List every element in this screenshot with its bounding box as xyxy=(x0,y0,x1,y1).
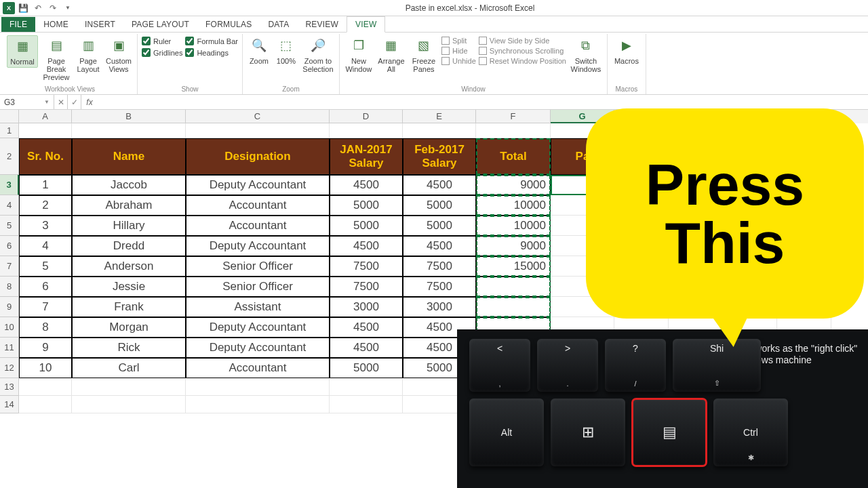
fx-icon[interactable]: fx xyxy=(81,95,98,109)
cell-name[interactable]: Jessie xyxy=(72,277,186,297)
synchronous-scrolling-button[interactable]: Synchronous Scrolling xyxy=(479,47,566,55)
cell-name[interactable]: Jaccob xyxy=(72,175,186,195)
cell-name[interactable]: Frank xyxy=(72,297,186,317)
row-header-5[interactable]: 5 xyxy=(0,216,19,236)
name-box[interactable]: G3 ▼ xyxy=(0,95,54,109)
cell-designation[interactable]: Accountant xyxy=(186,195,330,216)
row-header-11[interactable]: 11 xyxy=(0,338,19,358)
row-header-13[interactable]: 13 xyxy=(0,378,19,396)
cell-designation[interactable]: Deputy Accountant xyxy=(186,317,330,338)
tab-file[interactable]: FILE xyxy=(1,17,35,32)
row-header-3[interactable]: 3 xyxy=(0,175,19,195)
qat-dropdown-icon[interactable]: ▼ xyxy=(61,1,75,15)
view-side-by-side-button[interactable]: View Side by Side xyxy=(479,37,566,45)
cell-feb[interactable]: 5000 xyxy=(403,195,476,216)
cell-sr[interactable]: 10 xyxy=(19,358,72,378)
cell-feb[interactable]: 3000 xyxy=(403,297,476,317)
cell-jan[interactable]: 5000 xyxy=(330,216,403,236)
page-break-preview-button[interactable]: ▤Page Break Preview xyxy=(41,35,72,83)
cell-sr[interactable]: 9 xyxy=(19,338,72,358)
cell-feb[interactable]: 4500 xyxy=(403,236,476,256)
cell-designation[interactable]: Senior Officer xyxy=(186,277,330,297)
hdr-designation[interactable]: Designation xyxy=(186,138,330,175)
tab-data[interactable]: DATA xyxy=(260,17,297,32)
cell-total[interactable]: 10000 xyxy=(476,216,551,236)
cell-designation[interactable]: Deputy Accountant xyxy=(186,175,330,195)
col-header-b[interactable]: B xyxy=(72,110,186,123)
new-window-button[interactable]: ❐New Window xyxy=(344,35,374,75)
hdr-feb[interactable]: Feb-2017 Salary xyxy=(403,138,476,175)
cell-sr[interactable]: 4 xyxy=(19,236,72,256)
tab-formulas[interactable]: FORMULAS xyxy=(197,17,260,32)
cell-feb[interactable]: 4500 xyxy=(403,175,476,195)
cell-total[interactable] xyxy=(476,277,551,297)
ruler-checkbox[interactable]: Ruler xyxy=(142,37,182,45)
cell-sr[interactable]: 5 xyxy=(19,256,72,277)
reset-window-position-button[interactable]: Reset Window Position xyxy=(479,57,566,65)
switch-windows-button[interactable]: ⧉Switch Windows xyxy=(569,35,603,75)
row-header-2[interactable]: 2 xyxy=(0,138,19,175)
cell-designation[interactable]: Deputy Accountant xyxy=(186,338,330,358)
unhide-button[interactable]: Unhide xyxy=(441,57,476,65)
cell-total[interactable]: 15000 xyxy=(476,256,551,277)
row-header-14[interactable]: 14 xyxy=(0,396,19,413)
cell-jan[interactable]: 4500 xyxy=(330,236,403,256)
cell-total[interactable]: 9000 xyxy=(476,175,551,195)
gridlines-checkbox[interactable]: Gridlines xyxy=(142,48,182,57)
cell-jan[interactable]: 4500 xyxy=(330,175,403,195)
cell-sr[interactable]: 8 xyxy=(19,317,72,338)
row-header-6[interactable]: 6 xyxy=(0,236,19,256)
hdr-total[interactable]: Total xyxy=(476,138,551,175)
zoom-button[interactable]: 🔍Zoom xyxy=(247,35,271,66)
zoom-100-button[interactable]: ⬚100% xyxy=(274,35,298,66)
tab-home[interactable]: HOME xyxy=(35,17,77,32)
cell-name[interactable]: Hillary xyxy=(72,216,186,236)
row-header-7[interactable]: 7 xyxy=(0,256,19,277)
cell-designation[interactable]: Accountant xyxy=(186,216,330,236)
col-header-d[interactable]: D xyxy=(330,110,403,123)
cell-jan[interactable]: 3000 xyxy=(330,297,403,317)
cell-name[interactable]: Rick xyxy=(72,338,186,358)
cell-designation[interactable]: Accountant xyxy=(186,358,330,378)
cell-sr[interactable]: 1 xyxy=(19,175,72,195)
tab-page-layout[interactable]: PAGE LAYOUT xyxy=(123,17,197,32)
cell-feb[interactable]: 5000 xyxy=(403,216,476,236)
arrange-all-button[interactable]: ▦Arrange All xyxy=(376,35,406,75)
cell-feb[interactable]: 7500 xyxy=(403,256,476,277)
headings-checkbox[interactable]: Headings xyxy=(185,48,238,57)
cancel-formula-icon[interactable]: ✕ xyxy=(54,95,68,109)
row-header-8[interactable]: 8 xyxy=(0,277,19,297)
cell-jan[interactable]: 5000 xyxy=(330,358,403,378)
row-header-4[interactable]: 4 xyxy=(0,195,19,216)
cell-name[interactable]: Morgan xyxy=(72,317,186,338)
tab-insert[interactable]: INSERT xyxy=(77,17,123,32)
freeze-panes-button[interactable]: ▧Freeze Panes xyxy=(409,35,439,75)
select-all-corner[interactable] xyxy=(0,110,19,123)
cell-total[interactable]: 9000 xyxy=(476,236,551,256)
col-header-a[interactable]: A xyxy=(19,110,72,123)
col-header-c[interactable]: C xyxy=(186,110,330,123)
formula-input[interactable] xyxy=(98,95,868,109)
row-header-9[interactable]: 9 xyxy=(0,297,19,317)
cell-name[interactable]: Abraham xyxy=(72,195,186,216)
tab-review[interactable]: REVIEW xyxy=(297,17,347,32)
cell-name[interactable]: Anderson xyxy=(72,256,186,277)
col-header-e[interactable]: E xyxy=(403,110,476,123)
save-icon[interactable]: 💾 xyxy=(16,1,30,15)
cell-sr[interactable]: 3 xyxy=(19,216,72,236)
row-header-10[interactable]: 10 xyxy=(0,317,19,338)
cell-feb[interactable]: 7500 xyxy=(403,277,476,297)
cell-total[interactable]: 10000 xyxy=(476,195,551,216)
cell-total[interactable] xyxy=(476,297,551,317)
cell-jan[interactable]: 4500 xyxy=(330,317,403,338)
cell-jan[interactable]: 4500 xyxy=(330,338,403,358)
cell-sr[interactable]: 6 xyxy=(19,277,72,297)
enter-formula-icon[interactable]: ✓ xyxy=(68,95,81,109)
zoom-selection-button[interactable]: 🔎Zoom to Selection xyxy=(301,35,335,75)
row-header-1[interactable]: 1 xyxy=(0,123,19,138)
formula-bar-checkbox[interactable]: Formula Bar xyxy=(185,37,238,45)
cell-sr[interactable]: 2 xyxy=(19,195,72,216)
normal-view-button[interactable]: ▦Normal xyxy=(7,35,38,68)
cell-jan[interactable]: 5000 xyxy=(330,195,403,216)
row-header-12[interactable]: 12 xyxy=(0,358,19,378)
